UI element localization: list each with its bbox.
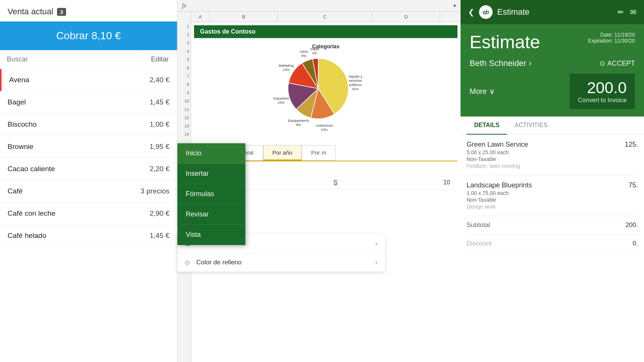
row-number: 9	[177, 89, 191, 97]
product-list: Avena 2,40 €Bagel 1,45 €Biscocho 1,00 €B…	[0, 69, 177, 362]
qb-estimate-top: Estimate Date: 11/19/20 Expiration: 11/3…	[470, 32, 635, 52]
qb-mail-icon[interactable]: ✉	[630, 8, 636, 17]
qb-line-item[interactable]: Landscape Blueprints 1.00 x 75.00 each N…	[467, 175, 638, 216]
tab-month[interactable]: Por m	[302, 145, 336, 161]
product-price: 1,45 €	[149, 232, 169, 240]
qb-more-chevron-icon: ∨	[489, 87, 495, 96]
pie-label: Alquiler yserviciospúblicos41%	[348, 75, 363, 91]
product-name: Café	[8, 187, 23, 195]
product-name: Café helado	[8, 232, 46, 240]
qb-item-note: Fertilizer, lawn mowing	[467, 163, 528, 169]
col-header-c: C	[278, 12, 372, 22]
fill-color-label: Color de relleno	[196, 259, 242, 266]
qb-more-button[interactable]: More ∨	[470, 87, 495, 96]
ctx-insertar[interactable]: Insertar	[177, 164, 245, 184]
search-input[interactable]	[0, 50, 142, 69]
qb-details-section: Green Lawn Service 5.00 x 25.00 each Non…	[461, 135, 644, 362]
pie-label: Autónomos13%	[316, 124, 333, 132]
qb-item-detail: 5.00 x 25.00 each	[467, 149, 528, 155]
ctx-formulas[interactable]: Fórmulas	[177, 184, 245, 204]
qb-header-icons: ✏ ✉	[618, 8, 636, 17]
excel-panel: fx ▾ 1234567891011121314 A B C D Gastos …	[177, 0, 461, 362]
qb-estimate-dates: Date: 11/19/20 Expiration: 11/30/20	[588, 32, 635, 44]
fill-chevron-icon: ›	[375, 258, 377, 266]
product-price: 2,20 €	[149, 165, 169, 173]
product-name: Cacao caliente	[8, 165, 55, 173]
qb-tabs: DETAILS ACTIVITIES	[461, 117, 644, 135]
qb-item-info: Landscape Blueprints 1.00 x 75.00 each N…	[467, 181, 532, 210]
col-headers: A B C D	[191, 12, 461, 22]
pie-chart: Alquiler yserviciospúblicos41%Autónomos1…	[269, 43, 382, 134]
chart-container: Categorías Alquiler yserviciospúblicos41…	[194, 40, 458, 145]
pie-label: Marketing13%	[279, 64, 294, 72]
product-price: 2,40 €	[149, 76, 169, 84]
qb-item-name: Landscape Blueprints	[467, 181, 532, 189]
qb-accepted-badge: ⊙ ACCEPT	[599, 59, 635, 67]
qb-discount-label: Discount	[467, 240, 491, 247]
cobrar-button[interactable]: Cobrar 8,10 €	[0, 21, 177, 50]
search-edit-bar: Editar	[0, 50, 177, 69]
qb-subtotal-label: Subtotal	[467, 221, 490, 229]
menu-fill-color[interactable]: ◇ Color de relleno ›	[177, 253, 385, 272]
qb-back-button[interactable]: ❮	[468, 8, 475, 17]
product-price: 2,90 €	[149, 209, 169, 218]
product-item[interactable]: Biscocho 1,00 €	[0, 114, 177, 136]
qb-discount-row: Discount 0.	[467, 235, 638, 253]
row-number: 12	[177, 114, 191, 122]
context-menu: Inicio Insertar Fórmulas Revisar Vista	[177, 143, 245, 245]
qb-expiration-label: Expiration: 11/30/20	[588, 38, 635, 44]
ctx-inicio[interactable]: Inicio	[177, 143, 245, 164]
pie-label: Otros6%	[300, 50, 308, 58]
row-number: 6	[177, 64, 191, 72]
cell-value-10: 10	[443, 179, 458, 186]
product-price: 1,95 €	[149, 143, 169, 151]
product-name: Avena	[9, 76, 29, 84]
pie-label: Impuestos15%	[273, 97, 289, 104]
row-number: 2	[177, 31, 191, 39]
quickbooks-panel: ❮ qb Estimate ✏ ✉ Estimate Date: 11/19/2…	[461, 0, 644, 362]
fx-label: fx	[182, 2, 186, 9]
product-name: Bagel	[8, 98, 26, 106]
ctx-vista[interactable]: Vista	[177, 225, 245, 245]
product-price: 1,00 €	[149, 120, 169, 129]
row-number: 4	[177, 47, 191, 55]
product-item[interactable]: Café helado 1,45 €	[0, 225, 177, 247]
qb-convert-button[interactable]: 200.0 Convert to Invoice	[570, 74, 635, 109]
row-number: 7	[177, 72, 191, 80]
pos-title: Venta actual	[8, 7, 53, 17]
qb-item-info: Green Lawn Service 5.00 x 25.00 each Non…	[467, 141, 528, 169]
qb-header-title: Estimate	[497, 7, 613, 17]
product-item[interactable]: Bagel 1,45 €	[0, 91, 177, 114]
product-item[interactable]: Avena 2,40 €	[0, 69, 177, 91]
qb-item-note: Design work	[467, 204, 532, 210]
qb-tab-activities[interactable]: ACTIVITIES	[507, 117, 555, 134]
tab-year[interactable]: Por año	[263, 145, 302, 161]
qb-header: ❮ qb Estimate ✏ ✉	[461, 0, 644, 24]
qb-item-amount: 75.	[629, 181, 638, 189]
product-item[interactable]: Café 3 precios	[0, 180, 177, 202]
qb-tab-details[interactable]: DETAILS	[467, 117, 507, 135]
product-item[interactable]: Brownie 1,95 €	[0, 136, 177, 158]
row-number: 1	[177, 22, 191, 31]
qb-item-name: Green Lawn Service	[467, 141, 528, 149]
qb-edit-icon[interactable]: ✏	[618, 8, 624, 17]
formula-input[interactable]	[190, 3, 450, 9]
product-item[interactable]: Café con leche 2,90 €	[0, 202, 177, 225]
qb-item-detail: 1.00 x 75.00 each	[467, 190, 532, 196]
edit-button[interactable]: Editar	[142, 50, 177, 69]
product-price: 1,45 €	[149, 98, 169, 106]
qb-date-label: Date: 11/19/20	[588, 32, 635, 38]
ctx-revisar[interactable]: Revisar	[177, 204, 245, 225]
qb-client-name[interactable]: Beth Schneider ›	[470, 58, 532, 68]
qb-logo-text: qb	[482, 9, 489, 15]
cell-s[interactable]: S	[276, 179, 344, 186]
product-name: Brownie	[8, 143, 34, 151]
qb-actions-row: More ∨ 200.0 Convert to Invoice	[470, 74, 635, 109]
product-name: Biscocho	[8, 120, 37, 129]
product-item[interactable]: Cacao caliente 2,20 €	[0, 158, 177, 180]
formula-dropdown-icon[interactable]: ▾	[453, 3, 456, 9]
qb-item-amount: 125.	[625, 141, 638, 149]
qb-check-icon: ⊙	[599, 59, 605, 67]
col-header-d: D	[372, 12, 440, 22]
qb-line-item[interactable]: Green Lawn Service 5.00 x 25.00 each Non…	[467, 135, 638, 175]
